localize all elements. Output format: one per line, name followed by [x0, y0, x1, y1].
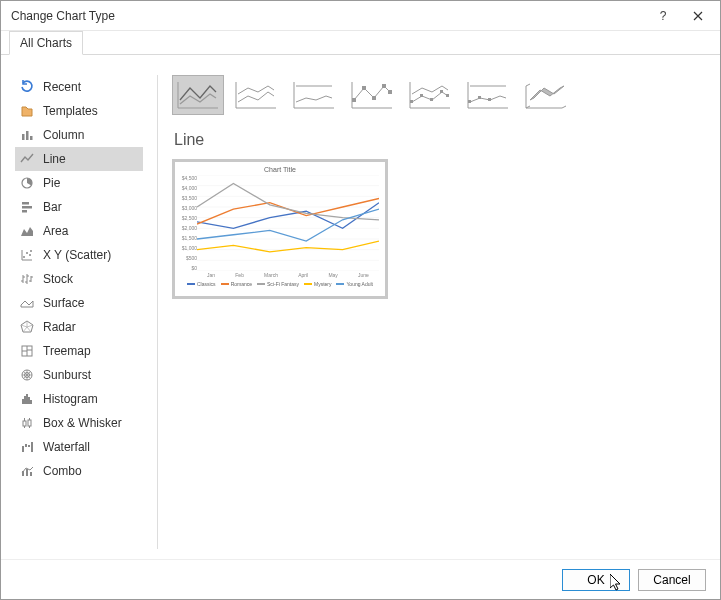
sidebar-item-label: Box & Whisker	[43, 416, 122, 430]
cancel-button[interactable]: Cancel	[638, 569, 706, 591]
recent-icon	[19, 79, 35, 95]
subtype-3d-line[interactable]	[520, 75, 572, 115]
sunburst-icon	[19, 367, 35, 383]
ok-button[interactable]: OK	[562, 569, 630, 591]
svg-rect-22	[25, 444, 27, 447]
svg-rect-4	[22, 202, 29, 205]
svg-rect-39	[478, 96, 481, 99]
svg-rect-21	[22, 446, 24, 452]
sidebar-item-templates[interactable]: Templates	[15, 99, 143, 123]
svg-rect-6	[22, 210, 27, 213]
svg-rect-28	[352, 98, 356, 102]
treemap-icon	[19, 343, 35, 359]
svg-rect-5	[22, 206, 32, 209]
sidebar-item-column[interactable]: Column	[15, 123, 143, 147]
svg-rect-37	[446, 94, 449, 97]
sidebar-item-pie[interactable]: Pie	[15, 171, 143, 195]
preview-legend: ClassicsRomanceSci-Fi FantasyMysteryYoun…	[181, 281, 379, 287]
svg-rect-19	[23, 421, 26, 426]
sidebar-item-line[interactable]: Line	[15, 147, 143, 171]
sidebar-item-radar[interactable]: Radar	[15, 315, 143, 339]
sidebar-item-treemap[interactable]: Treemap	[15, 339, 143, 363]
change-chart-type-dialog: Change Chart Type ? All Charts Recent Te…	[0, 0, 721, 600]
subtype-100-stacked-line-markers[interactable]	[462, 75, 514, 115]
subtype-stacked-line-markers[interactable]	[404, 75, 456, 115]
subtype-line[interactable]	[172, 75, 224, 115]
sidebar-item-label: Surface	[43, 296, 84, 310]
charttype-heading: Line	[172, 131, 706, 149]
bar-icon	[19, 199, 35, 215]
svg-point-7	[23, 256, 25, 258]
sidebar-item-label: Line	[43, 152, 66, 166]
svg-rect-35	[430, 98, 433, 101]
stock-icon	[19, 271, 35, 287]
svg-rect-26	[26, 469, 28, 476]
line-icon	[19, 151, 35, 167]
chart-subtype-row	[172, 75, 706, 115]
sidebar-item-waterfall[interactable]: Waterfall	[15, 435, 143, 459]
titlebar: Change Chart Type ?	[1, 1, 720, 31]
sidebar-item-label: Radar	[43, 320, 76, 334]
svg-rect-27	[30, 472, 32, 476]
svg-rect-33	[410, 100, 413, 103]
svg-point-9	[29, 254, 31, 256]
sidebar-item-area[interactable]: Area	[15, 219, 143, 243]
combo-icon	[19, 463, 35, 479]
sidebar-item-stock[interactable]: Stock	[15, 267, 143, 291]
preview-x-axis-labels: JanFebMarchAprilMayJune	[197, 272, 379, 278]
sidebar-item-label: Area	[43, 224, 68, 238]
svg-rect-2	[30, 136, 33, 140]
waterfall-icon	[19, 439, 35, 455]
close-button[interactable]	[678, 2, 718, 30]
chart-preview[interactable]: Chart Title $4,500$4,000$3,500$3,000$2,5…	[172, 159, 388, 299]
svg-rect-30	[372, 96, 376, 100]
subtype-100-stacked-line[interactable]	[288, 75, 340, 115]
sidebar-item-bar[interactable]: Bar	[15, 195, 143, 219]
svg-rect-20	[28, 420, 31, 426]
sidebar-item-label: Treemap	[43, 344, 91, 358]
svg-rect-17	[28, 397, 30, 404]
sidebar-item-surface[interactable]: Surface	[15, 291, 143, 315]
sidebar-item-label: Pie	[43, 176, 60, 190]
sidebar-item-label: Column	[43, 128, 84, 142]
sidebar-item-combo[interactable]: Combo	[15, 459, 143, 483]
sidebar-item-label: Recent	[43, 80, 81, 94]
sidebar-item-histogram[interactable]: Histogram	[15, 387, 143, 411]
sidebar-item-label: Histogram	[43, 392, 98, 406]
svg-rect-15	[24, 396, 26, 404]
preview-y-axis-labels: $4,500$4,000$3,500$3,000$2,500$2,000$1,5…	[179, 175, 197, 271]
svg-rect-0	[22, 134, 25, 140]
sidebar-item-label: Combo	[43, 464, 82, 478]
sidebar-item-recent[interactable]: Recent	[15, 75, 143, 99]
pie-icon	[19, 175, 35, 191]
sidebar-item-label: Bar	[43, 200, 62, 214]
sidebar-item-label: Waterfall	[43, 440, 90, 454]
surface-icon	[19, 295, 35, 311]
svg-rect-24	[31, 442, 33, 452]
tab-all-charts[interactable]: All Charts	[9, 31, 83, 55]
subtype-stacked-line[interactable]	[230, 75, 282, 115]
svg-rect-38	[468, 100, 471, 103]
column-icon	[19, 127, 35, 143]
radar-icon	[19, 319, 35, 335]
sidebar-item-sunburst[interactable]: Sunburst	[15, 363, 143, 387]
area-icon	[19, 223, 35, 239]
svg-rect-40	[488, 98, 491, 101]
subtype-line-markers[interactable]	[346, 75, 398, 115]
svg-rect-14	[22, 399, 24, 404]
dialog-title: Change Chart Type	[11, 9, 648, 23]
svg-rect-29	[362, 86, 366, 90]
chart-category-sidebar: Recent Templates Column Line Pie Bar	[15, 75, 143, 549]
help-button[interactable]: ?	[648, 2, 678, 30]
sidebar-item-label: Stock	[43, 272, 73, 286]
sidebar-item-label: Templates	[43, 104, 98, 118]
sidebar-item-box-whisker[interactable]: Box & Whisker	[15, 411, 143, 435]
main-panel: Line Chart Title $4,500$4,000$3,500$3,00…	[172, 75, 706, 549]
svg-point-8	[26, 252, 28, 254]
templates-icon	[19, 103, 35, 119]
sidebar-item-scatter[interactable]: X Y (Scatter)	[15, 243, 143, 267]
preview-chart-plot: $4,500$4,000$3,500$3,000$2,500$2,000$1,5…	[197, 175, 379, 271]
svg-rect-31	[382, 84, 386, 88]
svg-rect-36	[440, 90, 443, 93]
svg-rect-34	[420, 94, 423, 97]
